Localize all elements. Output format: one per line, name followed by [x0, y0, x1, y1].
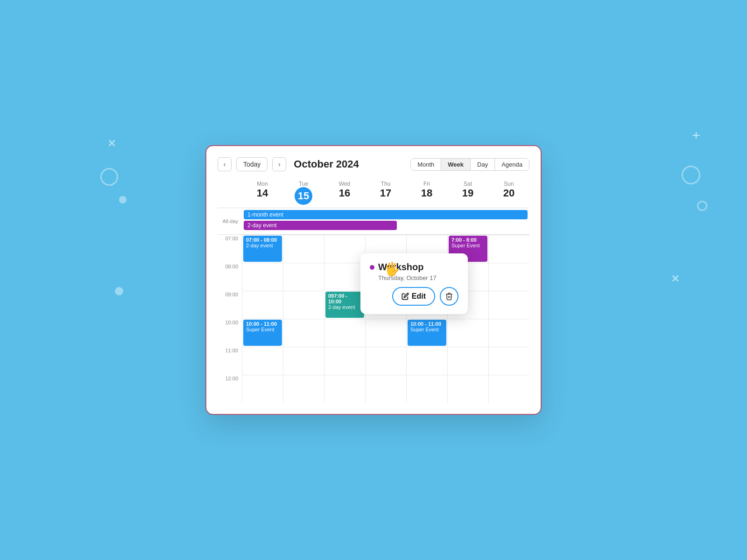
edit-icon — [402, 293, 409, 300]
prev-button[interactable]: ‹ — [218, 157, 232, 171]
day-name-sun: Sun — [488, 181, 529, 187]
corner-cell — [218, 181, 242, 208]
day-name-sat: Sat — [447, 181, 488, 187]
time-1100: 11:00 — [218, 347, 242, 375]
grid-col-wed: 097:00 - 10:00 2-day event — [324, 235, 365, 403]
day-headers: Mon 14 Tue 15 Wed 16 Thu 17 Fri 18 Sat 1… — [218, 181, 529, 208]
day-num-thu: 17 — [365, 187, 406, 199]
day-name-thu: Thu — [365, 181, 406, 187]
day-num-tue-today: 15 — [295, 187, 312, 205]
event-name: Super Event — [410, 327, 444, 332]
calendar-card: ‹ Today › October 2024 Month Week Day Ag… — [205, 145, 542, 415]
event-time: 7:00 - 8:00 — [451, 237, 485, 243]
event-fri-super[interactable]: 10:00 - 11:00 Super Event — [408, 320, 446, 346]
time-1000: 10:00 — [218, 319, 242, 347]
day-num-sun: 20 — [488, 187, 529, 199]
day-header-mon: Mon 14 — [242, 181, 283, 208]
day-header-fri: Fri 18 — [406, 181, 447, 208]
deco-x-2: ✕ — [671, 273, 679, 285]
delete-button[interactable] — [440, 287, 458, 306]
calendar-header: ‹ Today › October 2024 Month Week Day Ag… — [218, 157, 529, 171]
grid-col-mon: 07:00 - 08:00 2-day event 10:00 - 11:00 … — [242, 235, 283, 403]
deco-dot-1 — [119, 196, 127, 203]
today-button[interactable]: Today — [236, 157, 268, 171]
popup-dot — [370, 265, 374, 270]
day-num-mon: 14 — [242, 187, 283, 199]
day-num-wed: 16 — [324, 187, 365, 199]
event-mon-super[interactable]: 10:00 - 11:00 Super Event — [243, 320, 282, 346]
allday-events-area: 1-month event 2-day event — [242, 208, 529, 234]
day-num-sat: 19 — [447, 187, 488, 199]
event-time: 07:00 - 08:00 — [246, 237, 279, 243]
allday-row: All-day 1-month event 2-day event — [218, 208, 529, 235]
popup-title-text: Workshop — [378, 262, 423, 273]
time-0700: 07:00 — [218, 235, 242, 263]
day-num-fri: 18 — [406, 187, 447, 199]
trash-icon — [445, 292, 453, 301]
day-header-thu: Thu 17 — [365, 181, 406, 208]
time-0900: 09:00 — [218, 291, 242, 319]
day-header-sun: Sun 20 — [488, 181, 529, 208]
event-name: Super Event — [246, 327, 279, 332]
day-name-mon: Mon — [242, 181, 283, 187]
popup-actions: Edit — [370, 287, 458, 306]
day-name-tue: Tue — [283, 181, 324, 187]
grid-col-sun — [488, 235, 529, 403]
event-name: 2-day event — [328, 304, 361, 310]
time-0800: 08:00 — [218, 263, 242, 291]
allday-event-2day[interactable]: 2-day event — [244, 221, 397, 230]
day-name-fri: Fri — [406, 181, 447, 187]
event-wed-2day[interactable]: 097:00 - 10:00 2-day event — [325, 292, 364, 318]
allday-label: All-day — [218, 208, 242, 234]
time-grid: 07:00 08:00 09:00 10:00 11:00 12:00 — [218, 235, 529, 403]
time-labels: 07:00 08:00 09:00 10:00 11:00 12:00 — [218, 235, 242, 403]
day-name-wed: Wed — [324, 181, 365, 187]
event-time: 10:00 - 11:00 — [246, 321, 279, 327]
calendar-title: October 2024 — [294, 158, 406, 170]
popup-date: Thursday, October 17 — [370, 274, 458, 281]
popup-card: Workshop Thursday, October 17 Edit — [360, 253, 468, 314]
deco-ring-1 — [100, 168, 118, 186]
deco-plus-1: ＋ — [690, 126, 703, 144]
popup-event-name: Workshop — [370, 262, 458, 273]
allday-event-1month[interactable]: 1-month event — [244, 210, 528, 219]
view-switcher: Month Week Day Agenda — [410, 158, 529, 171]
view-week[interactable]: Week — [441, 159, 471, 170]
view-day[interactable]: Day — [471, 159, 495, 170]
view-month[interactable]: Month — [411, 159, 441, 170]
day-header-sat: Sat 19 — [447, 181, 488, 208]
event-time: 097:00 - 10:00 — [328, 293, 361, 304]
deco-ring-3 — [697, 201, 707, 211]
day-header-tue: Tue 15 — [283, 181, 324, 208]
deco-x-1: ✕ — [107, 138, 116, 150]
time-1200: 12:00 — [218, 375, 242, 403]
grid-col-tue — [283, 235, 324, 403]
next-button[interactable]: › — [272, 157, 286, 171]
deco-dot-2 — [115, 287, 123, 295]
event-name: Super Event — [451, 243, 485, 248]
view-agenda[interactable]: Agenda — [495, 159, 529, 170]
event-name: 2-day event — [246, 243, 279, 248]
event-time: 10:00 - 11:00 — [410, 321, 444, 327]
edit-button[interactable]: Edit — [392, 287, 435, 306]
deco-ring-2 — [682, 166, 700, 184]
event-mon-2day[interactable]: 07:00 - 08:00 2-day event — [243, 236, 282, 262]
grid-area: 07:00 - 08:00 2-day event 10:00 - 11:00 … — [242, 235, 529, 403]
day-header-wed: Wed 16 — [324, 181, 365, 208]
